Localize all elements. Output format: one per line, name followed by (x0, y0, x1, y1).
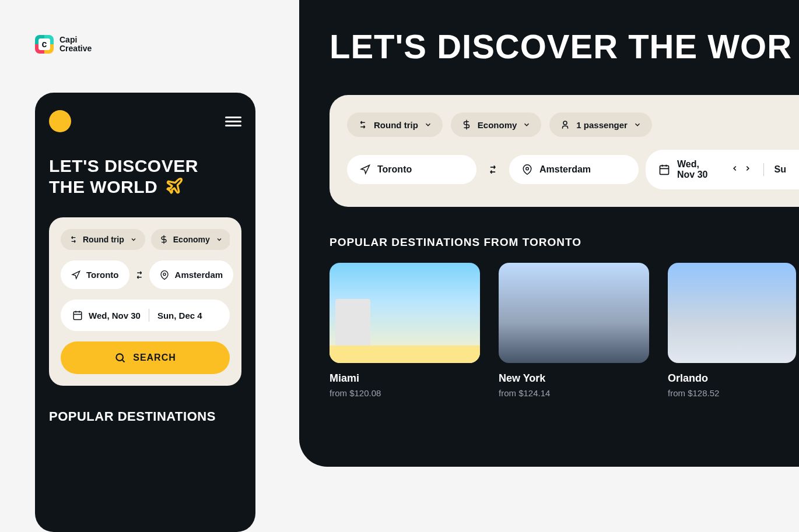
from-value: Toronto (377, 164, 412, 175)
title-line1: LET'S DISCOVER (49, 156, 198, 175)
from-value: Toronto (86, 270, 119, 280)
svg-rect-2 (73, 312, 82, 320)
mobile-filters-row: Round trip Economy (61, 229, 230, 250)
destination-price: from $128.52 (668, 388, 796, 398)
swap-icon (487, 164, 499, 175)
to-input[interactable]: Amsterdam (509, 155, 639, 184)
depart-date-value: Wed, Nov 30 (677, 159, 718, 180)
search-icon (114, 352, 126, 364)
avatar[interactable] (49, 110, 71, 132)
chevron-down-icon (633, 121, 642, 129)
destination-price: from $124.14 (499, 388, 649, 398)
to-value: Amsterdam (175, 270, 223, 280)
destination-cards: Miami from $120.08 New York from $124.14… (330, 263, 799, 398)
brand-logo: Capi Creative (35, 35, 92, 54)
desktop-filters-row: Round trip Economy 1 passenger (347, 112, 799, 137)
chevron-down-icon (424, 121, 432, 129)
svg-point-5 (526, 167, 529, 170)
desktop-hero-title: LET'S DISCOVER THE WOR (330, 27, 799, 66)
to-input[interactable]: Amsterdam (149, 260, 234, 289)
destination-image (499, 263, 649, 363)
chevron-down-icon (130, 236, 137, 243)
cabin-label: Economy (173, 235, 210, 244)
destination-name: Miami (330, 372, 480, 385)
desktop-section-title: POPULAR DESTINATIONS FROM TORONTO (330, 236, 799, 249)
destination-image (330, 263, 480, 363)
to-value: Amsterdam (539, 164, 591, 175)
logo-line1: Capi (59, 36, 92, 44)
svg-point-1 (163, 273, 166, 275)
passengers-select[interactable]: 1 passenger (549, 112, 652, 137)
destination-card-miami[interactable]: Miami from $120.08 (330, 263, 480, 398)
swap-icon (134, 270, 145, 280)
desktop-panel: LET'S DISCOVER THE WOR Round trip Econom… (299, 0, 799, 467)
from-input[interactable]: Toronto (61, 260, 129, 289)
swap-button[interactable] (134, 265, 145, 286)
mobile-hero-title: LET'S DISCOVER THE WORLD (49, 156, 241, 200)
date-divider (763, 163, 764, 176)
date-next-button[interactable] (742, 164, 753, 175)
passengers-label: 1 passenger (576, 120, 628, 130)
mobile-location-row: Toronto Amsterdam (61, 260, 230, 289)
cabin-label: Economy (478, 120, 517, 130)
dollar-icon (461, 119, 472, 130)
mobile-header (49, 110, 241, 132)
trip-type-label: Round trip (83, 235, 124, 244)
mobile-search-panel: Round trip Economy Toronto Amste (49, 217, 241, 386)
chevron-down-icon (523, 121, 531, 129)
depart-date-value: Wed, Nov 30 (89, 311, 141, 320)
chevron-right-icon (744, 164, 752, 172)
destination-name: Orlando (668, 372, 796, 385)
date-prev-button[interactable] (730, 164, 740, 175)
svg-rect-6 (660, 165, 669, 174)
calendar-icon (72, 310, 83, 320)
depart-date: Wed, Nov 30 (72, 310, 141, 320)
calendar-icon (658, 164, 670, 175)
chevron-left-icon (731, 164, 739, 172)
svg-point-4 (563, 121, 567, 125)
date-input[interactable]: Wed, Nov 30 Su (646, 150, 799, 189)
cabin-select[interactable]: Economy (151, 229, 230, 250)
airplane-icon (165, 177, 184, 200)
trip-type-select[interactable]: Round trip (347, 112, 443, 137)
swap-button[interactable] (483, 160, 502, 179)
mobile-frame: LET'S DISCOVER THE WORLD Round trip Econ… (35, 93, 255, 532)
trip-type-label: Round trip (374, 120, 418, 130)
date-nav (730, 164, 753, 175)
logo-icon (35, 35, 54, 54)
person-icon (560, 119, 570, 130)
location-pin-icon (160, 270, 169, 280)
mobile-section-title: POPULAR DESTINATIONS (49, 409, 241, 424)
from-input[interactable]: Toronto (347, 155, 476, 184)
swap-icon (358, 119, 368, 130)
logo-text: Capi Creative (59, 36, 92, 54)
desktop-inputs-row: Toronto Amsterdam Wed, Nov 30 (347, 150, 799, 189)
return-date-value: Sun, Dec 4 (157, 311, 202, 320)
date-input[interactable]: Wed, Nov 30 Sun, Dec 4 (61, 300, 230, 331)
destination-card-newyork[interactable]: New York from $124.14 (499, 263, 649, 398)
menu-button[interactable] (225, 117, 241, 126)
trip-type-select[interactable]: Round trip (61, 229, 145, 250)
destination-price: from $120.08 (330, 388, 480, 398)
destination-image (668, 263, 796, 363)
chevron-down-icon (216, 236, 223, 243)
destination-card-orlando[interactable]: Orlando from $128.52 (668, 263, 796, 398)
svg-point-3 (117, 354, 124, 361)
date-divider (149, 309, 149, 322)
destination-name: New York (499, 372, 649, 385)
location-pin-icon (522, 164, 532, 175)
search-label: SEARCH (133, 353, 176, 363)
cabin-select[interactable]: Economy (451, 112, 542, 137)
navigation-icon (71, 270, 80, 280)
navigation-icon (360, 164, 370, 175)
logo-line2: Creative (59, 44, 92, 53)
desktop-search-panel: Round trip Economy 1 passenger Toronto (330, 95, 799, 207)
return-date: Sun, Dec 4 (157, 311, 202, 320)
return-date-value: Su (775, 164, 786, 175)
search-button[interactable]: SEARCH (61, 341, 230, 374)
title-line2: THE WORLD (49, 177, 157, 196)
